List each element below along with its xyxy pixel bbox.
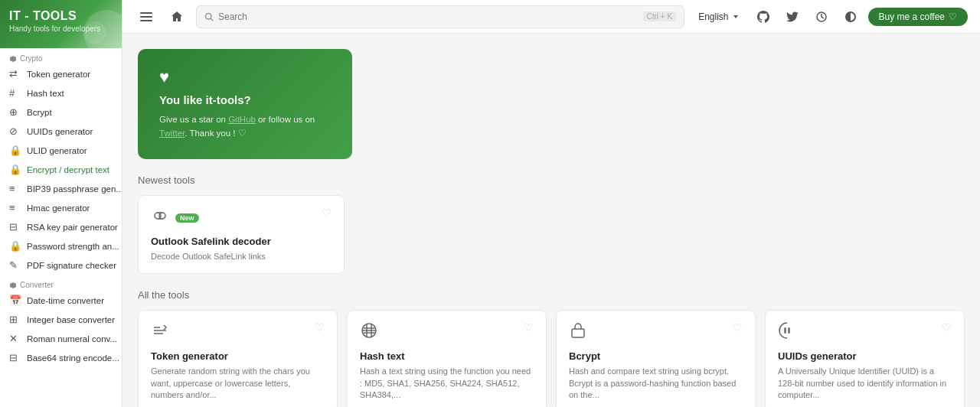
sidebar-item-base64[interactable]: ⊟ Base64 string encode... — [0, 348, 122, 367]
sidebar-item-pdf-signature[interactable]: ✎ PDF signature checker — [0, 256, 122, 275]
tool-card-header-uuids: ♡ — [778, 321, 952, 344]
roman-icon: ✕ — [9, 333, 21, 344]
tool-card-token-generator[interactable]: ♡ Token generator Generate random string… — [138, 310, 338, 407]
svg-point-7 — [159, 213, 165, 219]
hero-text-middle: or follow us on — [256, 115, 315, 124]
newest-tools-title: Newest tools — [138, 174, 965, 186]
coffee-label: Buy me a coffee — [879, 11, 946, 22]
tool-desc: Decode Outlook SafeLink links — [151, 251, 332, 262]
token-icon — [151, 321, 169, 344]
calendar-icon: 📅 — [9, 295, 21, 306]
hero-text: Give us a star on GitHub or follow us on… — [159, 112, 331, 141]
shuffle-icon: ⇄ — [9, 68, 21, 80]
sidebar: IT - TOOLS Handy tools for developers Cr… — [0, 0, 122, 407]
bip39-icon: ≡ — [9, 183, 21, 194]
twitter-link[interactable]: Twitter — [159, 129, 185, 138]
tool-desc-token: Generate random string with the chars yo… — [151, 366, 325, 401]
content-area: ♥ You like it-tools? Give us a star on G… — [122, 34, 980, 407]
tool-card-uuids[interactable]: ♡ UUIDs generator A Universally Unique I… — [765, 310, 965, 407]
tool-card-outlook-safelink[interactable]: New ♡ Outlook Safelink decoder Decode Ou… — [138, 195, 345, 274]
tool-title-uuids: UUIDs generator — [778, 350, 952, 362]
bcrypt-icon: ⊕ — [9, 106, 21, 118]
all-tools-title: All the tools — [138, 289, 965, 301]
tool-desc-uuids: A Universally Unique Identifier (UUID) i… — [778, 366, 952, 401]
integer-icon: ⊞ — [9, 314, 21, 325]
tool-desc-bcrypt: Hash and compare text string using bcryp… — [569, 366, 743, 401]
search-input[interactable] — [218, 11, 639, 22]
encrypt-icon: 🔒 — [9, 164, 21, 175]
favorite-uuids[interactable]: ♡ — [942, 321, 952, 334]
tool-card-header: New ♡ — [151, 207, 332, 230]
svg-rect-0 — [140, 12, 152, 14]
favorite-bcrypt[interactable]: ♡ — [733, 321, 743, 334]
sidebar-item-bip39[interactable]: ≡ BIP39 passphrase gen... — [0, 179, 122, 198]
safelink-icon — [151, 207, 169, 230]
sidebar-item-hmac[interactable]: ≡ Hmac generator — [0, 198, 122, 217]
pdf-icon: ✎ — [9, 259, 21, 271]
hmac-icon: ≡ — [9, 202, 21, 213]
tool-title-token: Token generator — [151, 350, 325, 362]
bcrypt-tool-icon — [569, 321, 587, 344]
sidebar-item-integer-base[interactable]: ⊞ Integer base converter — [0, 310, 122, 329]
lock-icon: 🔒 — [9, 145, 21, 156]
sidebar-item-password-strength[interactable]: 🔒 Password strength an... — [0, 236, 122, 256]
uuid-icon: ⊘ — [9, 125, 21, 137]
svg-rect-2 — [140, 20, 152, 21]
uuids-tool-icon — [778, 321, 796, 344]
tool-title: Outlook Safelink decoder — [151, 236, 332, 247]
coffee-heart-icon: ♡ — [949, 11, 957, 22]
sidebar-item-datetime[interactable]: 📅 Date-time converter — [0, 291, 122, 310]
newest-tools-grid: New ♡ Outlook Safelink decoder Decode Ou… — [138, 195, 352, 274]
hero-text-after: . Thank you ! ♡ — [185, 129, 246, 138]
twitter-icon[interactable] — [781, 5, 804, 28]
sidebar-item-ulid[interactable]: 🔒 ULID generator — [0, 141, 122, 160]
rsa-icon: ⊟ — [9, 221, 21, 233]
main-content: Ctrl + K English Buy me a coffee ♡ — [122, 0, 980, 407]
favorite-hash[interactable]: ♡ — [524, 321, 534, 334]
sidebar-item-roman-numeral[interactable]: ✕ Roman numeral conv... — [0, 329, 122, 348]
tool-card-header-hash: ♡ — [360, 321, 534, 344]
topbar: Ctrl + K English Buy me a coffee ♡ — [122, 0, 980, 34]
base64-icon: ⊟ — [9, 352, 21, 363]
sidebar-item-token-generator[interactable]: ⇄ Token generator — [0, 64, 122, 83]
favorite-token[interactable]: ♡ — [315, 321, 325, 334]
search-bar: Ctrl + K — [196, 5, 684, 28]
home-button[interactable] — [165, 5, 188, 28]
tool-card-header-bcrypt: ♡ — [569, 321, 743, 344]
clock-icon[interactable] — [810, 5, 833, 28]
menu-button[interactable] — [135, 5, 158, 28]
tool-card-bcrypt[interactable]: ♡ Bcrypt Hash and compare text string us… — [556, 310, 756, 407]
favorite-button[interactable]: ♡ — [322, 207, 332, 219]
svg-line-4 — [211, 18, 213, 21]
hash-icon: # — [9, 87, 21, 99]
sidebar-section-crypto: Crypto — [0, 48, 122, 64]
github-icon[interactable] — [752, 5, 775, 28]
sidebar-item-bcrypt[interactable]: ⊕ Bcrypt — [0, 103, 122, 122]
chevron-down-icon — [732, 13, 740, 21]
sidebar-header: IT - TOOLS Handy tools for developers — [0, 0, 122, 48]
tool-desc-hash: Hash a text string using the function yo… — [360, 366, 534, 401]
search-shortcut: Ctrl + K — [643, 11, 677, 21]
hero-title: You like it-tools? — [159, 93, 331, 106]
svg-rect-14 — [572, 329, 584, 337]
language-selector[interactable]: English — [692, 8, 745, 25]
tool-title-hash: Hash text — [360, 350, 534, 362]
tool-card-hash-text[interactable]: ♡ Hash text Hash a text string using the… — [347, 310, 547, 407]
password-icon: 🔒 — [9, 240, 21, 252]
search-icon — [204, 12, 214, 21]
sidebar-item-uuids[interactable]: ⊘ UUIDs generator — [0, 122, 122, 141]
github-link[interactable]: GitHub — [228, 115, 256, 124]
tool-title-bcrypt: Bcrypt — [569, 350, 743, 362]
hero-text-before: Give us a star on — [159, 115, 228, 124]
dark-mode-icon[interactable] — [839, 5, 862, 28]
sidebar-item-hash-text[interactable]: # Hash text — [0, 83, 122, 103]
sidebar-item-encrypt-decrypt[interactable]: 🔒 Encrypt / decrypt text — [0, 160, 122, 179]
topbar-right: English Buy me a coffee ♡ — [692, 5, 968, 28]
hero-card: ♥ You like it-tools? Give us a star on G… — [138, 49, 352, 159]
sidebar-item-rsa[interactable]: ⊟ RSA key pair generator — [0, 217, 122, 236]
all-tools-grid: ♡ Token generator Generate random string… — [138, 310, 965, 407]
hero-heart-icon: ♥ — [159, 67, 331, 87]
coffee-button[interactable]: Buy me a coffee ♡ — [868, 8, 969, 26]
language-label: English — [698, 11, 728, 22]
hash-tool-icon — [360, 321, 378, 344]
